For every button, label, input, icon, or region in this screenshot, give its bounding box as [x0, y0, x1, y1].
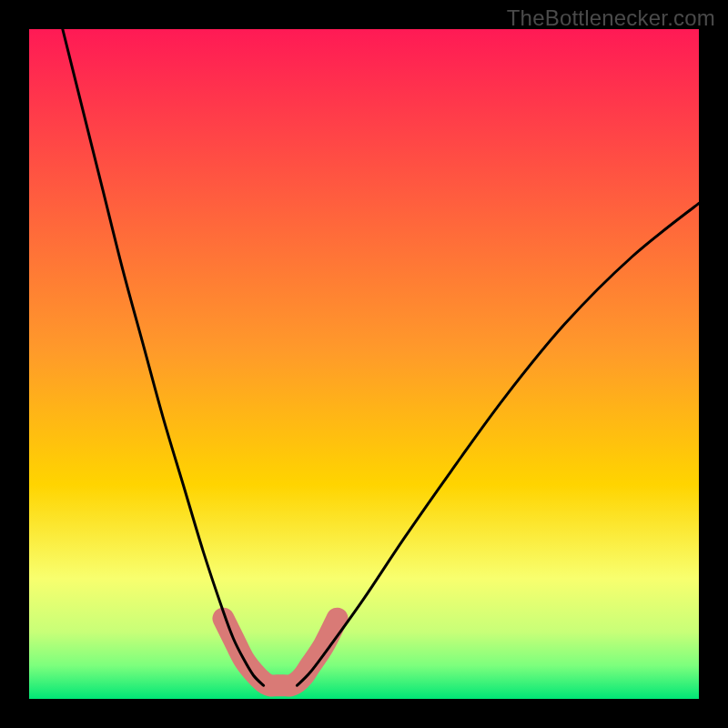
watermark-text: TheBottlenecker.com — [507, 5, 715, 31]
chart-frame: TheBottlenecker.com — [0, 0, 728, 728]
plot-area — [29, 29, 699, 699]
chart-svg — [29, 29, 699, 699]
